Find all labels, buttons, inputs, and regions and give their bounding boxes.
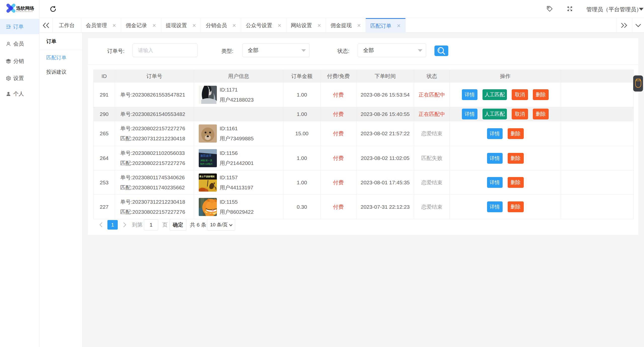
svg-text:逢田波浮: 逢田波浮 [200, 154, 211, 157]
svg-text:迅软网络: 迅软网络 [16, 6, 34, 11]
svg-text:制作:Gil唱片: 制作:Gil唱片 [200, 163, 213, 165]
svg-text:演唱:第一茂: 演唱:第一茂 [200, 159, 212, 162]
svg-text:XunRuanNetwork: XunRuanNetwork [16, 11, 33, 12]
svg-text:勇士不该被嘲笑: 勇士不该被嘲笑 [199, 175, 215, 178]
